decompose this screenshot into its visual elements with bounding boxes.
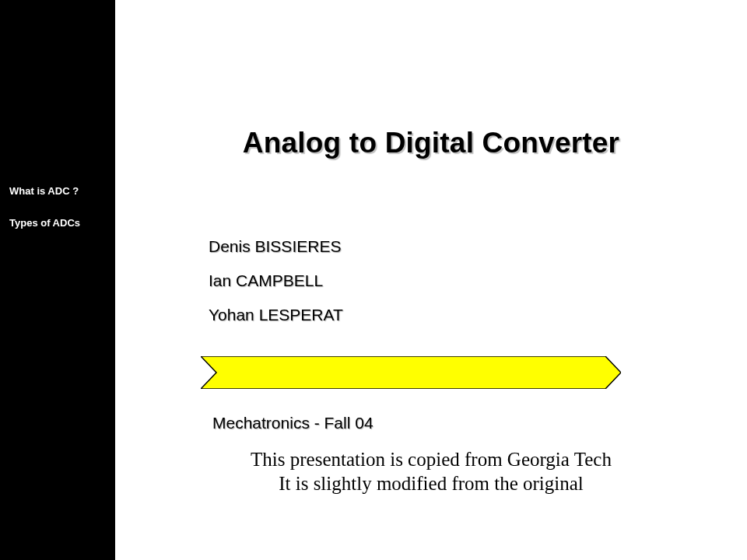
- arrow-icon: [201, 356, 621, 389]
- arrow-shape: [201, 356, 621, 389]
- sidebar-item-what-is-adc[interactable]: What is ADC ?: [9, 185, 115, 197]
- note-line: It is slightly modified from the origina…: [115, 471, 747, 495]
- sidebar: What is ADC ? Types of ADCs: [0, 0, 115, 560]
- course-label: Mechatronics - Fall 04: [212, 414, 374, 432]
- slide-body: Analog to Digital Converter Denis BISSIE…: [115, 0, 747, 560]
- sidebar-item-label: What is ADC ?: [9, 185, 79, 197]
- authors-list: Denis BISSIERES Ian CAMPBELL Yohan LESPE…: [209, 237, 343, 340]
- slide-title: Analog to Digital Converter: [115, 127, 747, 159]
- attribution-note: This presentation is copied from Georgia…: [115, 447, 747, 496]
- sidebar-item-types-of-adcs[interactable]: Types of ADCs: [9, 217, 115, 229]
- note-line: This presentation is copied from Georgia…: [115, 447, 747, 471]
- author-name: Denis BISSIERES: [209, 237, 343, 256]
- sidebar-item-label: Types of ADCs: [9, 217, 80, 229]
- author-name: Yohan LESPERAT: [209, 306, 343, 324]
- author-name: Ian CAMPBELL: [209, 271, 343, 290]
